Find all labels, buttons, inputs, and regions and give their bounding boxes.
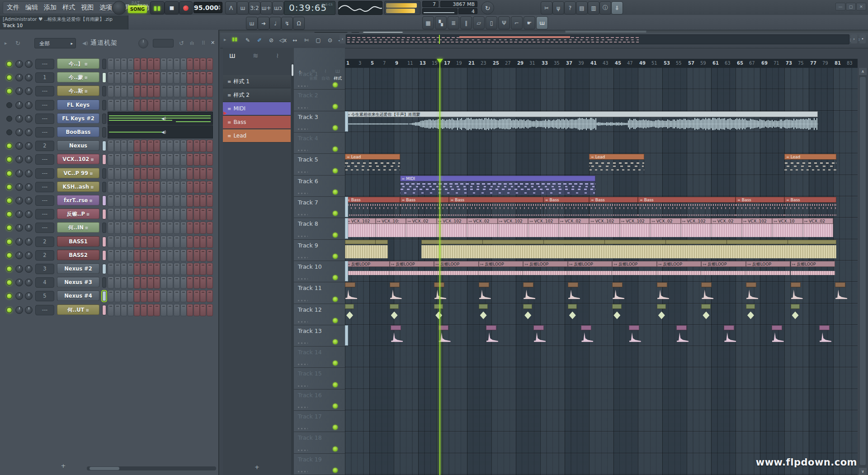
step-cell[interactable] — [167, 85, 173, 97]
channel-led[interactable] — [6, 143, 12, 149]
loop-record-button[interactable]: шↄ — [272, 1, 284, 14]
step-cell[interactable] — [134, 167, 140, 180]
step-cell[interactable] — [207, 140, 213, 152]
paint-tool-button[interactable]: ✐ — [254, 34, 265, 46]
clip-bass[interactable]: ≡Bass — [784, 197, 836, 217]
picker-tab-automation-icon[interactable]: ≀ — [276, 52, 279, 60]
step-cell[interactable] — [193, 85, 200, 97]
track-mini-controls[interactable] — [298, 300, 308, 301]
channel-mute-pill[interactable] — [102, 59, 106, 69]
step-cell[interactable] — [127, 181, 134, 193]
clip-cymbal-loop[interactable]: ↦反镲LOOP — [523, 261, 568, 281]
step-cell[interactable] — [174, 290, 180, 302]
channel-mute-pill[interactable] — [102, 154, 106, 165]
step-cell[interactable] — [141, 208, 147, 220]
track-label-16[interactable]: Track 16 — [298, 392, 322, 399]
select-tool-button[interactable]: ▢ — [313, 34, 324, 46]
step-cell[interactable] — [187, 236, 193, 248]
menu-item-5[interactable]: 选项 — [99, 4, 112, 12]
track-led[interactable] — [333, 339, 338, 344]
clip-audio-vocal[interactable]: ↦今生紧相依来生还爱你【干声】肖雨蒙 — [345, 111, 818, 131]
step-cell[interactable] — [167, 195, 173, 207]
countdown-button[interactable]: 3ː2 — [249, 1, 260, 14]
track-label-14[interactable]: Track 14 — [298, 349, 322, 356]
slice-tool-button[interactable]: ✄ — [301, 34, 312, 46]
undo-icon[interactable]: ↺ — [179, 40, 184, 47]
channel-mute-pill[interactable] — [102, 277, 106, 288]
step-cell[interactable] — [127, 263, 134, 275]
channel-volume-knob[interactable] — [25, 252, 33, 259]
step-cell[interactable] — [154, 58, 160, 70]
song-mode-button[interactable]: SONG — [128, 5, 147, 13]
channel-mute-pill[interactable] — [102, 86, 106, 96]
picker-tab-audio-icon[interactable]: ≋ — [253, 52, 259, 60]
channel-led[interactable] — [6, 75, 12, 81]
step-cell[interactable] — [134, 222, 140, 234]
step-cell[interactable] — [134, 85, 140, 97]
step-cell[interactable] — [114, 263, 121, 275]
step-cell[interactable] — [121, 290, 127, 302]
clip-cymbal-loop[interactable]: ↦反镲LOOP — [791, 261, 835, 281]
step-cell[interactable] — [147, 290, 154, 302]
step-cell[interactable] — [108, 290, 114, 302]
step-cell[interactable] — [108, 71, 114, 84]
clip-crash-hit[interactable] — [612, 282, 623, 302]
step-cell[interactable] — [193, 208, 200, 220]
step-cell[interactable] — [114, 181, 121, 193]
step-cell[interactable] — [121, 249, 127, 261]
arrow-button[interactable]: ➜ — [258, 17, 269, 30]
channel-note-preview[interactable]: ◀) — [108, 125, 213, 138]
restore-button[interactable]: ▢ — [846, 3, 856, 10]
step-cell[interactable] — [141, 181, 147, 193]
microphone-button[interactable]: ψ — [552, 1, 564, 14]
close-button[interactable]: ✕ — [856, 3, 866, 10]
step-cell[interactable] — [193, 58, 200, 70]
channel-volume-knob[interactable] — [25, 170, 33, 177]
track-mini-controls[interactable] — [298, 86, 308, 87]
step-cell[interactable] — [108, 263, 114, 275]
step-cell[interactable] — [114, 85, 121, 97]
step-cell[interactable] — [141, 99, 147, 111]
step-cell[interactable] — [141, 167, 147, 180]
channel-mute-pill[interactable] — [102, 127, 106, 138]
clip-stab[interactable] — [746, 304, 755, 324]
channel-led[interactable] — [6, 102, 12, 108]
step-cell[interactable] — [121, 263, 127, 275]
channel-target-selector[interactable]: --- — [35, 100, 54, 110]
step-cell[interactable] — [160, 208, 167, 220]
step-cell[interactable] — [167, 140, 173, 152]
channel-pan-knob[interactable] — [15, 142, 23, 150]
step-cell[interactable] — [134, 195, 140, 207]
track-led[interactable] — [333, 104, 338, 109]
clip-vcx[interactable]: ↦VCX..10: — [376, 218, 406, 238]
step-cell[interactable] — [174, 195, 180, 207]
clip-crash-hit[interactable] — [835, 282, 845, 302]
step-cell[interactable] — [147, 167, 154, 180]
track-label-7[interactable]: Track 7 — [298, 199, 318, 206]
clip-vcx[interactable]: ↦VCX..102 — [742, 218, 773, 238]
channel-target-selector[interactable]: --- — [35, 114, 54, 124]
pattern-item-Lead[interactable]: ≡Lead — [223, 129, 291, 142]
channel-name-button[interactable]: FL Keys #2 — [57, 113, 99, 124]
step-cell[interactable] — [154, 140, 160, 152]
minimize-button[interactable]: — — [835, 3, 845, 10]
step-cell[interactable] — [154, 181, 160, 193]
step-cell[interactable] — [200, 222, 206, 234]
channel-pan-knob[interactable] — [15, 279, 23, 286]
channel-mute-pill[interactable] — [102, 168, 106, 179]
keyboard-editor-icon[interactable]: ⠿ — [202, 40, 205, 46]
channel-led[interactable] — [6, 211, 12, 217]
step-cell[interactable] — [114, 276, 121, 289]
channel-led[interactable] — [6, 225, 12, 231]
step-cell[interactable] — [174, 263, 180, 275]
step-cell[interactable] — [114, 167, 121, 180]
track-mini-controls[interactable] — [298, 342, 308, 344]
step-cell[interactable] — [200, 58, 206, 70]
channel-mute-pill[interactable] — [102, 100, 106, 110]
track-led[interactable] — [333, 425, 338, 430]
channel-name-button[interactable]: Nexus #3 — [57, 277, 99, 287]
step-cell[interactable] — [187, 276, 193, 289]
step-cell[interactable] — [121, 140, 127, 152]
step-cell[interactable] — [160, 85, 167, 97]
track-led[interactable] — [333, 446, 338, 451]
